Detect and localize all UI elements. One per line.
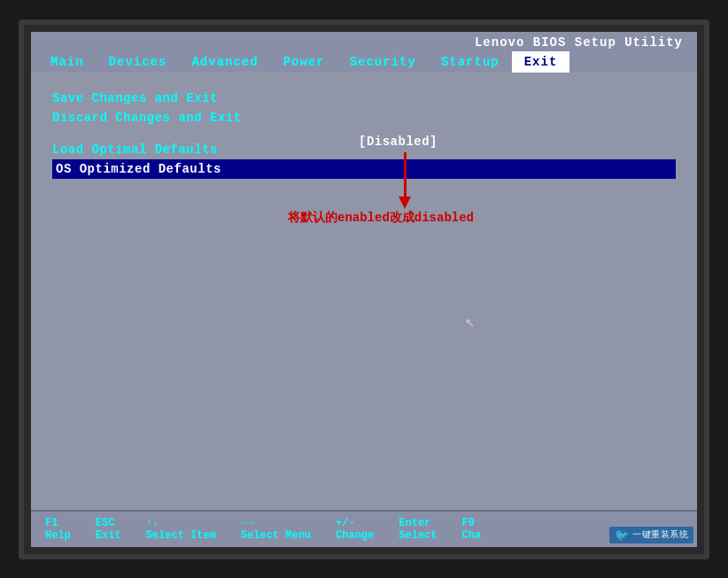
content-area: Save Changes and Exit Discard Changes an…	[31, 73, 697, 510]
save-changes-exit[interactable]: Save Changes and Exit	[52, 89, 676, 108]
bios-title-bar: Lenovo BIOS Setup Utility	[31, 32, 697, 51]
status-esc: ESC Exit	[89, 515, 139, 543]
key-esc: ESC	[96, 517, 115, 529]
val-change: Change	[336, 529, 374, 542]
status-plusminus: +/- Change	[329, 515, 391, 543]
key-updown: ↑↓	[146, 517, 159, 529]
status-enter: Enter Select	[391, 515, 454, 543]
status-f9: F9 Cha	[455, 515, 500, 543]
key-leftright: ←→	[241, 517, 253, 529]
menu-item-startup[interactable]: Startup	[429, 51, 512, 73]
os-optimized-defaults[interactable]: OS Optimized Defaults	[52, 159, 676, 179]
val-exit: Exit	[96, 529, 121, 542]
menu-item-security[interactable]: Security	[337, 51, 429, 73]
exit-options-group1: Save Changes and Exit Discard Changes an…	[52, 89, 676, 127]
discard-changes-exit[interactable]: Discard Changes and Exit	[52, 108, 676, 127]
val-cha: Cha	[462, 529, 482, 542]
status-arrows-updown: ↑↓ Select Item	[139, 515, 234, 543]
monitor-frame: Lenovo BIOS Setup Utility Main Devices A…	[19, 19, 709, 559]
arrow-head	[399, 197, 411, 209]
status-f1: F1 Help	[38, 515, 89, 543]
watermark-text: 一键重装系统	[632, 528, 688, 541]
val-help: Help	[45, 529, 71, 542]
annotation-arrow	[399, 152, 411, 209]
status-arrows-leftright: ←→ Select Menu	[234, 515, 329, 543]
twitter-icon: 🐦	[615, 528, 630, 542]
key-f9: F9	[462, 517, 475, 529]
bios-screen: Lenovo BIOS Setup Utility Main Devices A…	[31, 32, 697, 547]
val-select-item: Select Item	[146, 529, 216, 542]
key-enter: Enter	[399, 517, 430, 529]
menu-item-power[interactable]: Power	[271, 51, 337, 73]
menu-item-exit[interactable]: Exit	[512, 51, 570, 73]
annotation-text: 将默认的enabled改成disabled	[288, 210, 474, 226]
mouse-cursor: ↖	[465, 312, 475, 330]
menu-item-devices[interactable]: Devices	[97, 51, 180, 73]
menu-item-main[interactable]: Main	[38, 51, 97, 73]
arrow-line	[404, 152, 407, 197]
val-select: Select	[399, 529, 437, 542]
key-plusminus: +/-	[336, 517, 355, 529]
disabled-badge: [Disabled]	[359, 135, 438, 149]
menu-bar: Main Devices Advanced Power Security Sta…	[31, 51, 697, 73]
watermark: 🐦 一键重装系统	[609, 527, 694, 543]
menu-item-advanced[interactable]: Advanced	[179, 51, 270, 73]
bios-title: Lenovo BIOS Setup Utility	[475, 35, 683, 50]
key-f1: F1	[45, 517, 58, 529]
status-bar: F1 Help ESC Exit ↑↓ Select Item ←→ Selec…	[31, 510, 697, 547]
val-select-menu: Select Menu	[241, 529, 311, 542]
